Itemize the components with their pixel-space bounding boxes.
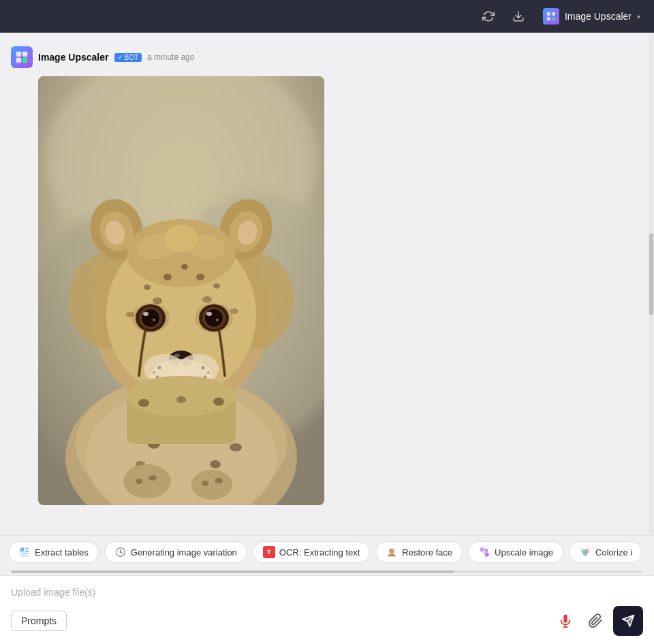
generating-variation-label: Generating image variation	[131, 547, 237, 558]
svg-point-29	[215, 478, 223, 483]
svg-rect-7	[16, 58, 22, 63]
scroll-indicator	[0, 568, 654, 575]
svg-point-70	[196, 274, 204, 280]
svg-point-49	[143, 312, 149, 316]
refresh-button[interactable]	[478, 5, 499, 27]
bot-avatar	[11, 46, 33, 68]
svg-rect-6	[22, 52, 28, 57]
generating-variation-button[interactable]: Generating image variation	[104, 541, 247, 563]
svg-point-62	[158, 366, 161, 370]
scroll-track[interactable]	[649, 33, 654, 535]
ocr-label: OCR: Extracting text	[279, 547, 360, 558]
badge-label: BOT	[125, 54, 139, 61]
svg-rect-2	[552, 12, 555, 16]
colorize-icon	[579, 546, 591, 558]
app-name-label: Image Upscaler	[565, 11, 632, 22]
svg-point-82	[213, 398, 224, 406]
svg-point-71	[144, 285, 151, 290]
svg-point-55	[216, 319, 219, 321]
svg-rect-85	[25, 551, 29, 552]
input-area: Upload image file(s) Prompts	[0, 575, 654, 644]
svg-rect-1	[547, 12, 550, 16]
svg-point-25	[191, 470, 232, 500]
svg-rect-87	[20, 556, 29, 557]
message-timestamp: a minute ago	[147, 52, 194, 62]
prompts-button[interactable]: Prompts	[11, 611, 67, 631]
header-bar: Image Upscaler ▾	[0, 0, 654, 33]
extract-tables-button[interactable]: Extract tables	[8, 541, 99, 563]
restore-face-button[interactable]: Restore face	[375, 541, 463, 563]
bot-badge: ✓ BOT	[114, 53, 142, 62]
message-header: Image Upscaler ✓ BOT a minute ago	[11, 46, 646, 68]
restore-face-icon	[386, 546, 398, 558]
extract-tables-label: Extract tables	[35, 547, 89, 558]
svg-rect-4	[552, 17, 555, 20]
upscale-image-label: Upscale image	[495, 547, 553, 558]
svg-rect-3	[547, 17, 550, 20]
chat-area[interactable]: Image Upscaler ✓ BOT a minute ago	[0, 33, 649, 535]
attach-button[interactable]	[583, 609, 608, 633]
svg-rect-96	[563, 615, 567, 623]
svg-point-68	[164, 274, 172, 280]
svg-point-95	[583, 551, 587, 556]
badge-check-icon: ✓	[118, 54, 123, 61]
svg-point-65	[202, 366, 205, 370]
svg-point-81	[176, 396, 186, 403]
svg-rect-92	[485, 553, 489, 557]
svg-rect-91	[480, 548, 484, 552]
colorize-button[interactable]: Colorize i	[569, 541, 642, 563]
cheetah-image	[38, 76, 324, 505]
scroll-thumb[interactable]	[649, 234, 653, 315]
svg-point-53	[205, 309, 223, 327]
chevron-down-icon: ▾	[637, 13, 640, 20]
svg-point-26	[136, 479, 142, 484]
svg-rect-84	[25, 548, 29, 549]
upscale-image-button[interactable]: Upscale image	[468, 541, 563, 563]
send-button[interactable]	[613, 606, 643, 636]
svg-point-63	[153, 371, 155, 374]
svg-rect-8	[22, 58, 28, 63]
svg-point-80	[138, 399, 149, 407]
svg-point-75	[126, 312, 134, 317]
svg-point-69	[181, 264, 188, 270]
input-row: Prompts	[11, 606, 643, 636]
svg-point-50	[153, 319, 155, 321]
action-strip: Extract tables Generating image variatio…	[0, 535, 654, 568]
svg-point-74	[202, 296, 212, 303]
svg-point-54	[206, 312, 212, 316]
app-selector-button[interactable]: Image Upscaler ▾	[538, 5, 646, 27]
svg-point-24	[123, 464, 171, 498]
colorize-label: Colorize i	[595, 547, 632, 558]
svg-point-43	[164, 225, 198, 252]
svg-point-90	[389, 548, 394, 553]
bot-message: Image Upscaler ✓ BOT a minute ago	[11, 46, 646, 505]
svg-point-72	[213, 283, 220, 289]
svg-point-48	[142, 309, 159, 327]
main-scroll-area: Image Upscaler ✓ BOT a minute ago	[0, 33, 654, 535]
svg-rect-5	[16, 52, 22, 57]
image-wrapper	[38, 76, 646, 505]
download-button[interactable]	[508, 5, 529, 27]
extract-tables-icon	[18, 546, 31, 558]
bot-name: Image Upscaler	[38, 52, 109, 63]
svg-point-23	[210, 460, 221, 468]
generating-variation-icon	[114, 546, 127, 558]
input-placeholder[interactable]: Upload image file(s)	[11, 584, 643, 606]
svg-point-28	[202, 481, 208, 486]
svg-point-89	[119, 551, 122, 554]
restore-face-label: Restore face	[402, 547, 452, 558]
svg-point-21	[230, 443, 242, 451]
svg-rect-83	[20, 548, 25, 552]
svg-point-73	[153, 297, 162, 304]
ocr-icon: T	[263, 546, 275, 558]
ocr-button[interactable]: T OCR: Extracting text	[253, 541, 370, 563]
mic-button[interactable]	[553, 609, 578, 633]
svg-rect-86	[20, 553, 29, 554]
svg-point-27	[149, 475, 157, 481]
app-icon	[543, 8, 559, 25]
upscale-image-icon	[478, 546, 490, 558]
svg-point-66	[207, 371, 210, 374]
svg-point-76	[230, 308, 238, 314]
